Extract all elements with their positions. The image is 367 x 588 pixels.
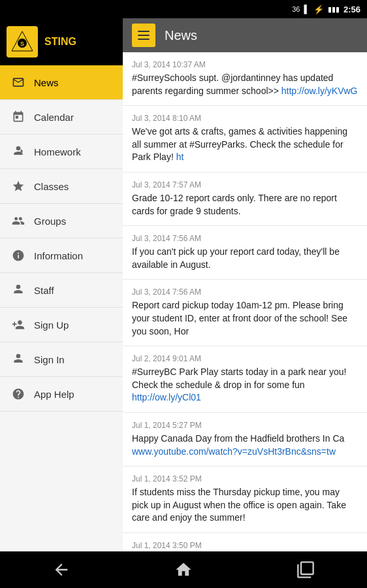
- news-item-7: Jul 1, 2014 5:27 PM Happy Canada Day fro…: [123, 413, 367, 466]
- menu-line-1: [138, 31, 150, 32]
- news-timestamp-7: Jul 1, 2014 5:27 PM: [132, 421, 358, 430]
- clock: 2:56: [343, 5, 360, 14]
- sidebar-item-calendar[interactable]: Calendar: [0, 100, 123, 135]
- news-item-9: Jul 1, 2014 3:50 PM Grade 10-12 students…: [123, 533, 367, 551]
- svg-text:S: S: [20, 41, 24, 47]
- sidebar-item-groups[interactable]: Groups: [0, 204, 123, 238]
- sidebar-item-calendar-label: Calendar: [34, 112, 74, 123]
- battery-icon: ⚡: [313, 5, 324, 14]
- news-text-4: If you can't pick up your report card to…: [132, 246, 358, 271]
- news-item-3: Jul 3, 2014 7:57 AM Grade 10-12 report c…: [123, 172, 367, 226]
- main-area: S STING News: [0, 18, 367, 551]
- news-item-4: Jul 3, 2014 7:56 AM If you can't pick up…: [123, 226, 367, 280]
- content-header: News: [123, 18, 367, 52]
- signal-bars-icon: ▌: [304, 5, 310, 14]
- sidebar-item-homework[interactable]: Homework: [0, 135, 123, 169]
- menu-button[interactable]: [132, 24, 155, 47]
- sidebar-item-news[interactable]: News: [0, 65, 123, 100]
- groups-icon: [10, 213, 26, 229]
- sidebar-item-classes[interactable]: Classes: [0, 169, 123, 204]
- sidebar-item-homework-label: Homework: [34, 146, 81, 157]
- app-logo: S STING: [0, 18, 123, 65]
- sidebar-item-signup-label: Sign Up: [34, 319, 69, 331]
- page-title: News: [165, 28, 197, 43]
- menu-line-2: [138, 35, 150, 36]
- sidebar-item-groups-label: Groups: [34, 216, 66, 227]
- sidebar-item-apphelp[interactable]: App Help: [0, 377, 123, 412]
- news-timestamp-2: Jul 3, 2014 8:10 AM: [132, 114, 358, 123]
- sidebar-item-staff[interactable]: Staff: [0, 273, 123, 308]
- sidebar-item-signin-label: Sign In: [34, 354, 65, 365]
- news-item-1: Jul 3, 2014 10:37 AM #SurreySchools supt…: [123, 52, 367, 106]
- news-link-1[interactable]: http://ow.ly/yKVwG: [281, 86, 358, 96]
- battery-level-icon: ▮▮▮: [328, 5, 340, 14]
- sidebar-item-classes-label: Classes: [34, 181, 69, 192]
- news-item-5: Jul 3, 2014 7:56 AM Report card pickup t…: [123, 280, 367, 346]
- sidebar-item-information-label: Information: [34, 250, 83, 261]
- logo-icon: S: [7, 26, 38, 57]
- sidebar-item-information[interactable]: Information: [0, 238, 123, 273]
- news-text-8: If students miss the Thursday pickup tim…: [132, 486, 358, 525]
- news-link-2[interactable]: ht: [176, 152, 184, 162]
- content-area: News Jul 3, 2014 10:37 AM #SurreySchools…: [123, 18, 367, 551]
- back-button[interactable]: [42, 557, 81, 583]
- sidebar-item-news-label: News: [34, 77, 59, 88]
- news-timestamp-9: Jul 1, 2014 3:50 PM: [132, 541, 358, 550]
- sidebar-item-signup[interactable]: Sign Up: [0, 308, 123, 342]
- news-icon: [10, 74, 26, 90]
- status-bar: 36 ▌ ⚡ ▮▮▮ 2:56: [0, 0, 367, 18]
- news-item-6: Jul 2, 2014 9:01 AM #SurreyBC Park Play …: [123, 346, 367, 413]
- news-link-6[interactable]: http://ow.ly/yCl01: [132, 392, 201, 402]
- news-timestamp-6: Jul 2, 2014 9:01 AM: [132, 354, 358, 363]
- sidebar: S STING News: [0, 18, 123, 551]
- news-timestamp-1: Jul 3, 2014 10:37 AM: [132, 60, 358, 69]
- classes-icon: [10, 178, 26, 194]
- news-feed[interactable]: Jul 3, 2014 10:37 AM #SurreySchools supt…: [123, 52, 367, 551]
- signal-strength: 36: [292, 5, 300, 13]
- sidebar-item-staff-label: Staff: [34, 285, 54, 296]
- logo-text: STING: [44, 36, 76, 48]
- sidebar-item-apphelp-label: App Help: [34, 389, 74, 400]
- news-item-8: Jul 1, 2014 3:52 PM If students miss the…: [123, 466, 367, 533]
- signup-icon: [10, 317, 26, 333]
- news-text-7: Happy Canada Day from the Hadfield broth…: [132, 433, 358, 458]
- news-text-5: Report card pickup today 10am-12 pm. Ple…: [132, 299, 358, 338]
- sidebar-item-signin[interactable]: Sign In: [0, 342, 123, 377]
- news-text-6: #SurreyBC Park Play starts today in a pa…: [132, 366, 358, 404]
- menu-line-3: [138, 39, 150, 40]
- apphelp-icon: [10, 386, 26, 402]
- homework-icon: [10, 144, 26, 159]
- calendar-icon: [10, 109, 26, 125]
- news-timestamp-4: Jul 3, 2014 7:56 AM: [132, 234, 358, 243]
- news-link-7[interactable]: www.youtube.com/watch?v=zuVsHt3rBnc&sns=…: [132, 446, 336, 457]
- signin-icon: [10, 351, 26, 367]
- news-timestamp-5: Jul 3, 2014 7:56 AM: [132, 287, 358, 297]
- sidebar-nav: News Calendar Ho: [0, 65, 123, 551]
- news-timestamp-3: Jul 3, 2014 7:57 AM: [132, 180, 358, 189]
- home-button[interactable]: [164, 557, 203, 583]
- app-container: S STING News: [0, 18, 367, 588]
- news-timestamp-8: Jul 1, 2014 3:52 PM: [132, 474, 358, 483]
- information-icon: [10, 248, 26, 263]
- news-text-3: Grade 10-12 report cards only. There are…: [132, 192, 358, 218]
- bottom-nav: [0, 551, 367, 588]
- staff-icon: [10, 282, 26, 298]
- news-text-1: #SurreySchools supt. @jordantinney has u…: [132, 72, 358, 97]
- news-text-2: We've got arts & crafts, games & activit…: [132, 125, 358, 164]
- news-item-2: Jul 3, 2014 8:10 AM We've got arts & cra…: [123, 106, 367, 172]
- recents-button[interactable]: [286, 557, 325, 583]
